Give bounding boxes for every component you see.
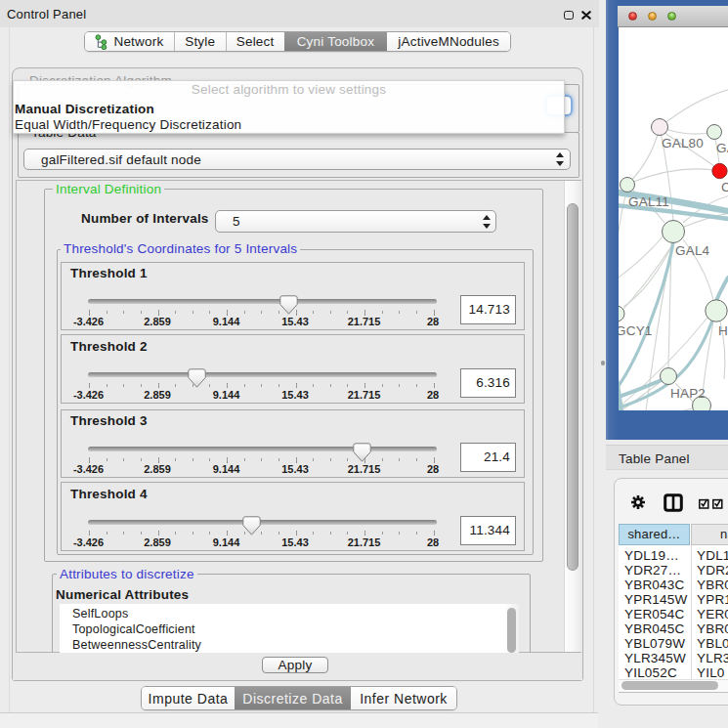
svg-text:HAP2: HAP2: [670, 386, 706, 401]
svg-text:GAL4: GAL4: [675, 243, 710, 258]
svg-text:GAL80: GAL80: [662, 136, 704, 150]
svg-text:C: C: [721, 180, 728, 194]
svg-text:GAL11: GAL11: [628, 194, 669, 209]
svg-text:GCY1: GCY1: [619, 323, 653, 338]
svg-text:H: H: [718, 323, 728, 338]
svg-text:GA: GA: [716, 141, 728, 155]
